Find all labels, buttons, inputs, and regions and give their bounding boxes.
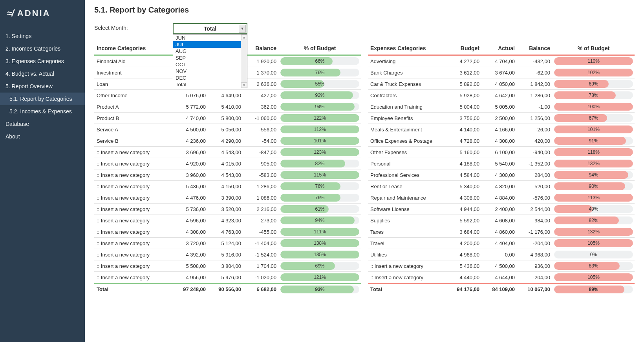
cell-name: Other Expenses [368,149,446,156]
cell-name: :: Insert a new category [94,194,173,202]
scroll-up-icon[interactable]: ▲ [241,35,247,40]
progress-bar: 110% [554,57,633,65]
cell-actual: 4 644,00 [482,274,517,281]
cell-actual: 4 308,00 [482,137,517,145]
cell-budget: 4 140,00 [446,126,482,133]
cell-name: Other Income [94,92,173,99]
cell-name: :: Insert a new category [94,251,173,258]
cell-name: Car & Truck Expenses [368,80,446,88]
cell-pct: 105% [553,273,635,282]
cell-actual: 4 290,00 [208,137,243,145]
cell-name: Bank Charges [368,69,446,76]
cell-actual: 5 916,00 [208,251,243,258]
progress-bar: 132% [554,160,633,167]
cell-pct: 94% [553,170,635,180]
cell-pct: 105% [553,238,635,248]
cell-balance: -26,00 [517,126,553,133]
cell-budget: 3 696,00 [173,149,208,156]
cell-pct: 67% [553,113,635,123]
dropdown-option[interactable]: OCT [173,61,247,68]
cell-budget: 4 728,00 [446,137,482,145]
cell-actual: 90 566,00 [208,286,243,293]
col-pct: % of Budget [553,44,635,52]
table-row: :: Insert a new category3 696,004 543,00… [94,147,361,158]
cell-pct: 118% [553,147,635,157]
dropdown-option[interactable]: JUL [173,41,247,48]
cell-balance: 1 370,00 [243,69,279,76]
dropdown-option[interactable]: DEC [173,75,247,81]
progress-bar: 123% [280,148,359,156]
month-dropdown[interactable]: ▲ ▼ JUNJULAUGSEPOCTNOVDECTotal [173,34,247,88]
scroll-down-icon[interactable]: ▼ [241,82,247,88]
progress-bar: 66% [280,57,359,65]
dropdown-option[interactable]: SEP [173,55,247,61]
progress-bar: 115% [280,171,359,179]
cell-pct: 132% [553,159,635,168]
cell-budget: 5 340,00 [446,183,482,190]
cell-budget: 5 436,00 [446,262,482,270]
month-selector-row: Select Month: Total ▼ ▲ ▼ JUNJULAUGSEPOC… [94,23,635,34]
dropdown-scrollbar[interactable]: ▲ ▼ [241,35,247,88]
dropdown-option[interactable]: JUN [173,35,247,41]
cell-name: Product A [94,103,173,111]
dropdown-option[interactable]: NOV [173,68,247,75]
cell-actual: 4 860,00 [482,228,517,236]
cell-actual: 4 642,00 [482,92,517,99]
dropdown-option[interactable]: Total [173,81,247,88]
cell-name: Office Expenses & Postage [368,137,446,145]
cell-budget: 4 236,00 [173,137,208,145]
cell-balance: 2 636,00 [243,80,279,88]
cell-budget: 5 736,00 [173,206,208,213]
table-row: Other Income5 076,004 649,00427,0092% [94,90,361,101]
progress-bar: 67% [554,114,633,122]
dropdown-option[interactable]: AUG [173,48,247,55]
table-row: :: Insert a new category4 392,005 916,00… [94,249,361,260]
nav-item[interactable]: 3. Expenses Categories [0,55,85,67]
cell-name: :: Insert a new category [94,240,173,247]
table-row: Meals & Entertainment4 140,004 166,00-26… [368,124,635,135]
cell-pct: 101% [553,125,635,134]
cell-balance: -432,00 [517,58,553,65]
income-title: Income Categories [94,44,173,52]
cell-budget: 4 584,00 [446,171,482,179]
cell-actual: 4 323,00 [208,217,243,224]
cell-budget: 4 308,00 [446,194,482,202]
cell-actual: 5 976,00 [208,274,243,281]
cell-pct: 135% [279,250,361,259]
cell-name: :: Insert a new category [368,262,446,270]
nav-item[interactable]: 2. Incomes Categories [0,42,85,55]
nav-item[interactable]: 5.2. Incomes & Expenses [0,105,85,118]
nav-item[interactable]: 5. Report Overview [0,80,85,93]
cell-pct: 69% [279,261,361,271]
nav-item[interactable]: 4. Budget vs. Actual [0,67,85,80]
cell-pct: 122% [279,113,361,123]
cell-actual: 3 674,00 [482,69,517,76]
progress-bar: 91% [554,137,633,145]
table-row: Product A5 772,005 410,00362,0094% [94,101,361,113]
month-select[interactable]: Total ▼ [173,23,247,34]
table-row: Utilities4 968,000,004 968,000% [368,249,635,260]
cell-balance: 1 256,00 [517,115,553,122]
table-row: Bank Charges3 612,003 674,00-62,00102% [368,67,635,78]
nav-item[interactable]: About [0,130,85,143]
cell-pct: 69% [553,79,635,89]
cell-pct: 49% [553,204,635,214]
nav-item[interactable]: 1. Settings [0,30,85,42]
col-balance: Balance [517,44,553,52]
month-select-value: Total [204,25,216,32]
progress-bar: 0% [554,251,633,258]
cell-actual: 6 100,00 [482,149,517,156]
cell-actual: 4 820,00 [482,183,517,190]
cell-name: Taxes [368,228,446,236]
nav-item[interactable]: 5.1. Report by Categories [0,93,85,105]
month-label: Select Month: [94,23,173,34]
cell-name: :: Insert a new category [94,183,173,190]
cell-balance: 1 086,00 [243,194,279,202]
cell-pct: 61% [279,204,361,214]
chevron-down-icon[interactable]: ▼ [239,25,246,33]
nav-item[interactable]: Database [0,118,85,130]
table-row: :: Insert a new category3 960,004 543,00… [94,169,361,181]
cell-balance: 905,00 [243,160,279,167]
cell-actual: 4 543,00 [208,149,243,156]
cell-name: Education and Training [368,103,446,111]
